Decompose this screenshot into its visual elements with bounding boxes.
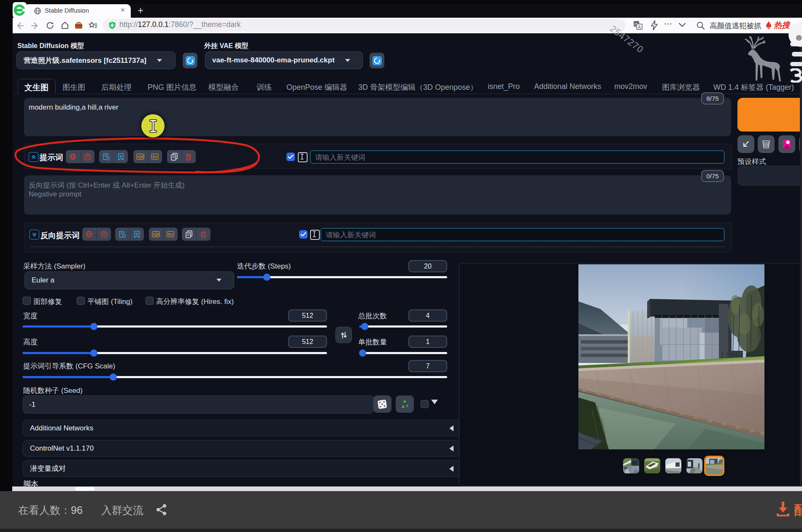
svg-text:En: En	[168, 232, 173, 236]
svg-text:A: A	[638, 24, 641, 30]
svg-text:A: A	[153, 232, 155, 236]
svg-text:B: B	[157, 232, 159, 236]
